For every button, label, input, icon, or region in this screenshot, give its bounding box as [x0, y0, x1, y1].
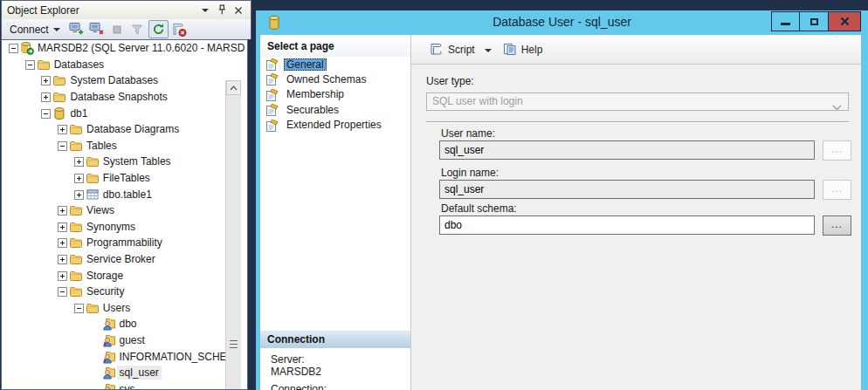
page-item-label: Membership	[284, 88, 347, 100]
connection-section-header: Connection	[260, 331, 410, 348]
chevron-down-icon	[832, 99, 842, 116]
collapse-icon[interactable]	[41, 109, 51, 119]
collapse-icon[interactable]	[74, 304, 84, 313]
tree-item-views[interactable]: Views	[2, 202, 247, 219]
tree-item-programmability[interactable]: Programmability	[2, 235, 247, 251]
expand-icon[interactable]	[41, 92, 51, 102]
collapse-icon[interactable]	[58, 287, 67, 297]
expand-icon[interactable]	[74, 190, 84, 200]
expand-icon[interactable]	[58, 125, 67, 134]
help-button[interactable]: Help	[499, 40, 548, 58]
default-schema-browse-button[interactable]: ...	[823, 216, 851, 236]
expand-icon[interactable]	[74, 174, 84, 183]
expand-icon[interactable]	[58, 255, 67, 264]
user-name-browse-button: ...	[823, 140, 851, 161]
user-disabled-icon	[102, 350, 116, 364]
expand-icon[interactable]	[74, 157, 84, 167]
page-icon	[265, 58, 279, 72]
minimize-button[interactable]	[771, 11, 800, 31]
tree-item-tables[interactable]: Tables	[2, 138, 247, 154]
expand-icon[interactable]	[58, 271, 67, 281]
tree-item-storage[interactable]: Storage	[2, 267, 247, 284]
login-name-input[interactable]	[439, 180, 815, 199]
expand-icon[interactable]	[58, 222, 67, 232]
page-item-membership[interactable]: Membership	[260, 87, 410, 102]
script-button[interactable]: Script	[424, 40, 479, 58]
collapse-icon[interactable]	[9, 44, 18, 53]
tree-item-filetables[interactable]: FileTables	[2, 170, 247, 187]
tree-item-system-databases[interactable]: System Databases	[2, 72, 247, 89]
page-item-general[interactable]: General	[260, 57, 410, 72]
filter-icon[interactable]	[128, 21, 147, 38]
expand-icon[interactable]	[58, 238, 67, 248]
pin-icon[interactable]	[215, 3, 229, 17]
tree-item-sql-user[interactable]: sql_user	[2, 365, 247, 381]
tree-item-users[interactable]: Users	[2, 300, 247, 317]
connect-server-icon[interactable]	[68, 21, 86, 38]
default-schema-input[interactable]	[439, 216, 815, 235]
tree-item-databases[interactable]: Databases	[2, 57, 247, 73]
window-position-menu-icon[interactable]	[198, 3, 212, 17]
connect-button-label: Connect	[10, 24, 49, 36]
page-item-owned-schemas[interactable]: Owned Schemas	[260, 72, 410, 86]
expand-icon[interactable]	[58, 206, 67, 216]
tree-item-label: dbo	[117, 317, 140, 331]
tree-item-security[interactable]: Security	[2, 284, 247, 300]
user-type-combobox[interactable]: SQL user with login	[426, 92, 849, 111]
tree-item-marsdb2-sql-server-11-0-6020-m[interactable]: MARSDB2 (SQL Server 11.0.6020 - MARSD	[2, 40, 247, 57]
separator-line	[426, 121, 849, 122]
folder-icon	[69, 122, 83, 136]
page-item-extended-properties[interactable]: Extended Properties	[260, 118, 410, 133]
collapse-icon[interactable]	[25, 60, 35, 70]
user-icon	[102, 317, 116, 331]
tree-item-service-broker[interactable]: Service Broker	[2, 251, 247, 268]
tree-item-database-snapshots[interactable]: Database Snapshots	[2, 89, 247, 106]
tree-item-db1[interactable]: db1	[2, 105, 247, 121]
page-item-securables[interactable]: Securables	[260, 102, 410, 117]
script-error-icon[interactable]	[170, 21, 189, 38]
tree-item-information-schem[interactable]: INFORMATION_SCHEM	[2, 348, 247, 365]
tree-scrollbar[interactable]	[225, 80, 241, 390]
stop-icon[interactable]	[108, 21, 127, 38]
script-dropdown-icon[interactable]	[485, 49, 492, 52]
tree-item-database-diagrams[interactable]: Database Diagrams	[2, 121, 247, 138]
page-icon	[265, 119, 279, 133]
maximize-button[interactable]	[800, 11, 829, 31]
maximize-icon	[810, 18, 818, 25]
collapse-icon[interactable]	[58, 141, 67, 151]
user-disabled-icon	[102, 382, 116, 390]
tree-item-system-tables[interactable]: System Tables	[2, 154, 247, 170]
tree-item-label: Users	[100, 301, 133, 315]
tree-item-synonyms[interactable]: Synonyms	[2, 219, 247, 236]
scrollbar-up-button[interactable]	[226, 80, 241, 95]
expand-icon[interactable]	[41, 76, 51, 86]
script-button-label: Script	[448, 44, 475, 56]
tree-item-dbo[interactable]: dbo	[2, 316, 247, 332]
database-icon	[52, 106, 66, 120]
dialog-main-area: Script Help User type: SQL user with	[411, 35, 861, 390]
connect-button[interactable]: Connect	[5, 22, 65, 38]
server-icon	[20, 41, 34, 55]
tree-item-label: System Tables	[100, 154, 174, 168]
tree-item-label: INFORMATION_SCHEM	[117, 350, 238, 364]
user-name-input[interactable]	[439, 140, 815, 160]
folder-icon	[69, 269, 83, 283]
tree-item-guest[interactable]: guest	[2, 332, 247, 349]
tree-item-label: Service Broker	[84, 252, 158, 266]
close-icon	[840, 17, 850, 26]
tree-item-sys[interactable]: sys	[2, 380, 247, 390]
scrollbar-thumb-grip[interactable]	[230, 340, 238, 348]
close-icon[interactable]	[231, 3, 245, 17]
folder-icon	[86, 171, 100, 185]
tree-item-dbo-table1[interactable]: dbo.table1	[2, 186, 247, 202]
folder-icon	[86, 154, 100, 168]
refresh-icon[interactable]	[148, 20, 169, 38]
select-a-page-header: Select a page	[260, 35, 410, 57]
close-button[interactable]	[829, 11, 861, 31]
tree-item-label: Programmability	[84, 236, 165, 250]
disconnect-server-icon[interactable]	[88, 21, 107, 38]
tree-item-label: FileTables	[100, 171, 153, 185]
dialog-titlebar[interactable]: Database User - sql_user	[256, 10, 868, 35]
tree-item-label: Databases	[52, 58, 107, 72]
help-button-label: Help	[521, 44, 543, 56]
